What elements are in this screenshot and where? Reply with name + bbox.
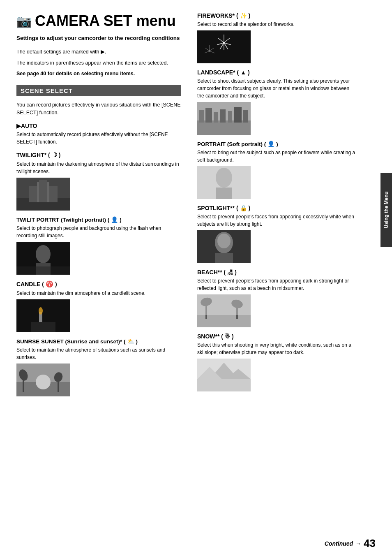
left-column: 📷 CAMERA SET menu Settings to adjust you… xyxy=(0,12,189,546)
beach-image xyxy=(197,294,251,327)
fireworks-symbol: ✨ xyxy=(240,12,247,19)
svg-rect-61 xyxy=(197,379,251,391)
scene-item-candle: CANDLE ( ♈ ) Select to maintain the dim … xyxy=(16,280,181,332)
spotlight-title: SPOTLIGHT** ( 🔒 ) xyxy=(197,205,357,211)
svg-rect-38 xyxy=(199,110,204,123)
page-bottom: Continued → 43 xyxy=(325,537,376,550)
snow-title: SNOW** ( ☃ ) xyxy=(197,333,357,340)
svg-rect-44 xyxy=(243,110,248,123)
beach-svg xyxy=(197,294,251,327)
twilit-portrt-symbol: 👤 xyxy=(111,216,118,223)
candle-svg xyxy=(16,299,70,332)
scene-item-twilit-portrt: TWILIT PORTRT (Twilight portrait) ( 👤 ) … xyxy=(16,216,181,275)
svg-point-51 xyxy=(217,234,231,248)
twilit-portrt-svg xyxy=(16,242,70,275)
svg-rect-4 xyxy=(39,180,47,202)
twilight-svg xyxy=(16,178,70,211)
svg-rect-52 xyxy=(215,253,233,263)
fireworks-svg xyxy=(197,30,251,63)
candle-desc: Select to maintain the dim atmosphere of… xyxy=(16,289,181,297)
scene-item-snow: SNOW** ( ☃ ) Select this when shooting i… xyxy=(197,333,357,391)
beach-desc: Select to prevent people's faces from ap… xyxy=(197,277,357,292)
page-title: 📷 CAMERA SET menu xyxy=(16,12,181,30)
portrait-svg xyxy=(197,166,251,199)
scene-item-spotlight: SPOTLIGHT** ( 🔒 ) Select to prevent peop… xyxy=(197,205,357,263)
sunrise-image xyxy=(16,364,70,396)
right-column: FIREWORKS* ( ✨ ) Select to record all th… xyxy=(189,12,366,546)
page-container: 📷 CAMERA SET menu Settings to adjust you… xyxy=(0,0,392,558)
svg-point-11 xyxy=(39,307,43,315)
svg-rect-12 xyxy=(31,322,55,332)
candle-symbol: ♈ xyxy=(46,280,53,288)
candle-title: CANDLE ( ♈ ) xyxy=(16,280,181,288)
svg-rect-48 xyxy=(197,166,251,199)
continued-arrow: → xyxy=(355,540,361,547)
scene-item-twilight: TWILIGHT* ( ☽ ) Select to maintain the d… xyxy=(16,151,181,211)
svg-rect-8 xyxy=(16,266,70,275)
title-text: CAMERA SET menu xyxy=(35,12,176,30)
portrait-title: PORTRAIT (Soft portrait) ( 👤 ) xyxy=(197,141,357,147)
twilight-image xyxy=(16,178,70,211)
snow-symbol: ☃ xyxy=(225,333,230,340)
svg-rect-41 xyxy=(220,109,226,123)
twilit-portrt-desc: Select to photograph people and backgrou… xyxy=(16,225,181,239)
sunrise-svg xyxy=(16,364,70,396)
twilight-symbol: ☽ xyxy=(52,151,57,159)
page-subtitle: Settings to adjust your camcorder to the… xyxy=(16,35,181,42)
landscape-svg xyxy=(197,102,251,135)
side-tab: Using the Menu xyxy=(380,173,392,247)
fireworks-image xyxy=(197,30,251,63)
fireworks-desc: Select to record all the splendor of fir… xyxy=(197,21,357,28)
svg-rect-42 xyxy=(228,111,232,123)
scene-item-portrait: PORTRAIT (Soft portrait) ( 👤 ) Select to… xyxy=(197,141,357,199)
svg-point-6 xyxy=(36,245,51,263)
twilight-title: TWILIGHT* ( ☽ ) xyxy=(16,151,181,159)
svg-rect-39 xyxy=(205,108,212,123)
landscape-desc: Select to shoot distant subjects clearly… xyxy=(197,77,357,100)
twilight-desc: Select to maintain the darkening atmosph… xyxy=(16,160,181,175)
scene-item-auto: ▶AUTO Select to automatically record pic… xyxy=(16,123,181,146)
beach-symbol: 🏖 xyxy=(227,269,233,276)
portrait-image xyxy=(197,166,251,199)
continued-text: Continued xyxy=(325,540,353,547)
beach-title: BEACH** ( 🏖 ) xyxy=(197,269,357,276)
page-number: 43 xyxy=(364,537,376,550)
svg-rect-40 xyxy=(214,112,218,123)
scene-item-landscape: LANDSCAPE* ( ▲ ) Select to shoot distant… xyxy=(197,69,357,135)
svg-rect-54 xyxy=(197,315,251,327)
landscape-image xyxy=(197,102,251,135)
svg-rect-43 xyxy=(234,107,242,123)
fireworks-title: FIREWORKS* ( ✨ ) xyxy=(197,12,357,19)
snow-image xyxy=(197,359,251,391)
intro-line-2: The indicators in parentheses appear whe… xyxy=(16,59,181,67)
portrait-symbol: 👤 xyxy=(267,141,274,147)
sunrise-symbol: ⛅ xyxy=(127,338,134,345)
spotlight-svg xyxy=(197,230,251,263)
twilit-portrt-title: TWILIT PORTRT (Twilight portrait) ( 👤 ) xyxy=(16,216,181,223)
scene-intro-text: You can record pictures effectively in v… xyxy=(16,101,181,117)
section-header: SCENE SELECT xyxy=(16,85,181,96)
twilit-portrt-image xyxy=(16,242,70,275)
camera-icon: 📷 xyxy=(16,14,32,28)
landscape-symbol: ▲ xyxy=(240,69,246,76)
spotlight-symbol: 🔒 xyxy=(240,205,247,211)
svg-point-15 xyxy=(36,375,51,389)
svg-rect-37 xyxy=(197,120,251,135)
auto-title: ▶AUTO xyxy=(16,123,181,129)
scene-item-beach: BEACH** ( 🏖 ) Select to prevent people's… xyxy=(197,269,357,327)
spotlight-image xyxy=(197,230,251,263)
sunrise-title: SUNRSE SUNSET (Sunrise and sunset)* ( ⛅ … xyxy=(16,338,181,345)
candle-image xyxy=(16,299,70,332)
landscape-title: LANDSCAPE* ( ▲ ) xyxy=(197,69,357,76)
svg-rect-59 xyxy=(197,294,251,315)
auto-desc: Select to automatically record pictures … xyxy=(16,131,181,146)
sunrise-desc: Select to maintain the atmosphere of sit… xyxy=(16,346,181,361)
snow-svg xyxy=(197,359,251,391)
scene-item-sunrise: SUNRSE SUNSET (Sunrise and sunset)* ( ⛅ … xyxy=(16,338,181,396)
see-page-note: See page 40 for details on selecting men… xyxy=(16,70,181,78)
intro-line-1: The default settings are marked with ▶. xyxy=(16,48,181,56)
scene-item-fireworks: FIREWORKS* ( ✨ ) Select to record all th… xyxy=(197,12,357,63)
portrait-desc: Select to bring out the subject such as … xyxy=(197,149,357,164)
spotlight-desc: Select to prevent people's faces from ap… xyxy=(197,213,357,228)
snow-desc: Select this when shooting in very bright… xyxy=(197,341,357,356)
